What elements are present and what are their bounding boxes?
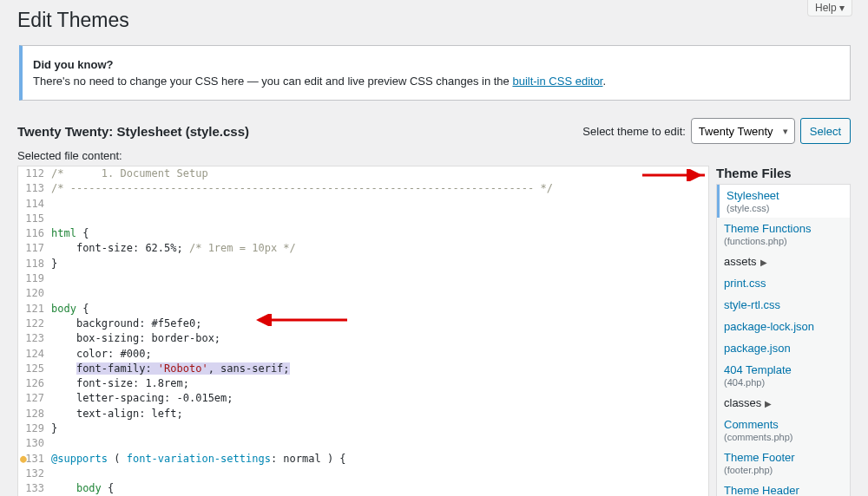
code-text[interactable]: text-align: left; <box>51 407 708 421</box>
code-text[interactable]: background: #f5efe0; <box>51 317 708 331</box>
folder-item[interactable]: classes▶ <box>717 392 850 414</box>
file-label: Comments <box>724 418 779 431</box>
code-text[interactable]: html { <box>51 226 708 241</box>
line-number: 118 <box>18 257 51 271</box>
code-line[interactable]: 130 <box>18 436 708 451</box>
line-number: 126 <box>18 376 51 391</box>
file-subtitle: Twenty Twenty: Stylesheet (style.css) <box>17 124 249 139</box>
page-title: Edit Themes <box>17 9 851 41</box>
code-text[interactable]: font-family: 'Roboto', sans-serif; <box>51 362 708 376</box>
select-button[interactable]: Select <box>800 118 851 144</box>
file-item[interactable]: Comments(comments.php) <box>717 414 850 447</box>
file-label: assets <box>724 255 757 268</box>
code-text[interactable]: /* 1. Document Setup <box>51 166 708 181</box>
file-item[interactable]: print.css <box>717 272 850 294</box>
folder-item[interactable]: assets▶ <box>717 251 850 272</box>
line-number: 128 <box>18 407 51 421</box>
line-number: 133 <box>18 481 51 496</box>
help-button[interactable]: Help ▾ <box>807 0 852 16</box>
code-line[interactable]: 127 letter-spacing: -0.015em; <box>18 391 708 406</box>
file-label: Stylesheet <box>727 189 779 202</box>
line-number: 117 <box>18 241 51 256</box>
line-number: 115 <box>18 212 51 226</box>
code-text[interactable]: body { <box>51 302 708 317</box>
chevron-right-icon: ▶ <box>765 399 772 408</box>
code-line[interactable]: 129} <box>18 421 708 436</box>
theme-select[interactable]: Twenty Twenty <box>691 118 795 144</box>
code-line[interactable]: 113/* ----------------------------------… <box>18 181 708 196</box>
code-line[interactable]: 124 color: #000; <box>18 347 708 362</box>
file-sublabel: (style.css) <box>727 203 843 213</box>
notice-text-after: . <box>602 75 606 88</box>
code-line[interactable]: 121body { <box>18 302 708 317</box>
code-text[interactable]: } <box>51 421 708 436</box>
file-label: Theme Footer <box>724 451 795 464</box>
file-sublabel: (functions.php) <box>724 236 843 246</box>
code-line[interactable]: 112/* 1. Document Setup <box>18 166 708 181</box>
file-sublabel: (comments.php) <box>724 432 843 442</box>
file-label: style-rtl.css <box>724 298 780 311</box>
code-text[interactable]: color: #000; <box>51 347 708 362</box>
code-line[interactable]: 114 <box>18 197 708 212</box>
select-theme-label: Select theme to edit: <box>582 125 686 138</box>
code-text[interactable]: font-size: 62.5%; /* 1rem = 10px */ <box>51 241 708 256</box>
code-line[interactable]: 123 box-sizing: border-box; <box>18 331 708 346</box>
line-number: 116 <box>18 226 51 241</box>
code-text[interactable]: } <box>51 257 708 271</box>
code-line[interactable]: 122 background: #f5efe0; <box>18 317 708 331</box>
line-number: 120 <box>18 286 51 301</box>
code-text[interactable]: /* -------------------------------------… <box>51 181 708 196</box>
line-number: 119 <box>18 271 51 286</box>
file-label: Theme Functions <box>724 222 811 235</box>
code-line[interactable]: 132 <box>18 467 708 481</box>
code-text[interactable] <box>51 212 708 226</box>
file-sublabel: (footer.php) <box>724 465 843 475</box>
line-number: 129 <box>18 421 51 436</box>
code-line[interactable]: 120 <box>18 286 708 301</box>
file-item[interactable]: Theme Functions(functions.php) <box>717 218 850 251</box>
code-text[interactable] <box>51 271 708 286</box>
file-label: classes <box>724 396 761 409</box>
code-text[interactable]: body { <box>51 481 708 496</box>
code-line[interactable]: 126 font-size: 1.8rem; <box>18 376 708 391</box>
info-notice: Did you know? There's no need to change … <box>19 45 851 101</box>
chevron-right-icon: ▶ <box>760 258 767 267</box>
code-line[interactable]: 117 font-size: 62.5%; /* 1rem = 10px */ <box>18 241 708 256</box>
code-editor[interactable]: 112/* 1. Document Setup113/* -----------… <box>17 166 709 496</box>
css-editor-link[interactable]: built-in CSS editor <box>512 75 602 88</box>
theme-files-list[interactable]: Stylesheet(style.css)Theme Functions(fun… <box>716 184 851 496</box>
notice-heading: Did you know? <box>33 58 113 71</box>
file-item[interactable]: package.json <box>717 337 850 359</box>
file-item[interactable]: Theme Footer(footer.php) <box>717 447 850 480</box>
line-number: 122 <box>18 317 51 331</box>
code-line[interactable]: 133 body { <box>18 481 708 496</box>
code-line[interactable]: 128 text-align: left; <box>18 407 708 421</box>
code-text[interactable]: font-size: 1.8rem; <box>51 376 708 391</box>
code-text[interactable]: @supports ( font-variation-settings: nor… <box>51 452 708 467</box>
file-item[interactable]: package-lock.json <box>717 316 850 337</box>
code-line[interactable]: 119 <box>18 271 708 286</box>
code-line[interactable]: 131@supports ( font-variation-settings: … <box>18 452 708 467</box>
code-text[interactable] <box>51 467 708 481</box>
code-line[interactable]: 118} <box>18 257 708 271</box>
line-number: 127 <box>18 391 51 406</box>
code-text[interactable] <box>51 197 708 212</box>
line-number: 125 <box>18 362 51 376</box>
code-text[interactable]: box-sizing: border-box; <box>51 331 708 346</box>
line-number: 113 <box>18 181 51 196</box>
file-item[interactable]: Theme Header(header.php) <box>717 480 850 496</box>
code-line[interactable]: 115 <box>18 212 708 226</box>
file-sublabel: (404.php) <box>724 377 843 388</box>
file-label: print.css <box>724 277 766 290</box>
code-line[interactable]: 125 font-family: 'Roboto', sans-serif; <box>18 362 708 376</box>
code-text[interactable] <box>51 436 708 451</box>
file-item[interactable]: Stylesheet(style.css) <box>716 185 850 218</box>
code-text[interactable]: letter-spacing: -0.015em; <box>51 391 708 406</box>
file-item[interactable]: 404 Template(404.php) <box>717 359 850 392</box>
code-text[interactable] <box>51 286 708 301</box>
line-number: 121 <box>18 302 51 317</box>
code-line[interactable]: 116html { <box>18 226 708 241</box>
notice-text-before: There's no need to change your CSS here … <box>33 75 512 88</box>
line-number: 124 <box>18 347 51 362</box>
file-item[interactable]: style-rtl.css <box>717 294 850 316</box>
